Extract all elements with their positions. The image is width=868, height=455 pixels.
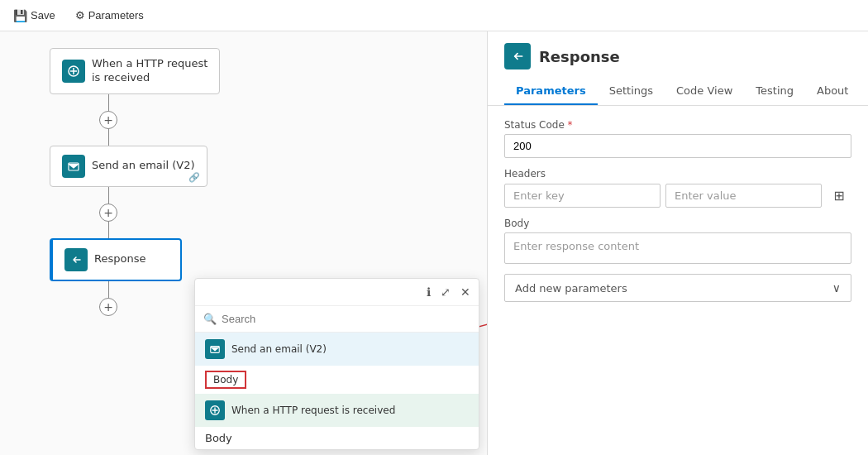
save-label: Save [31,9,55,22]
body-tag-email: Body [205,371,246,389]
panel-header: Response [488,31,868,69]
tab-code-view[interactable]: Code View [665,78,744,105]
flow-canvas: When a HTTP requestis received + Send an… [0,31,488,455]
popup-expand-button[interactable]: ⤢ [439,284,452,300]
response-label: Response [94,252,145,266]
panel-tabs: Parameters Settings Code View Testing Ab… [488,78,868,106]
line-2 [108,187,109,204]
chevron-down-icon: ∨ [832,281,841,295]
headers-action-button[interactable]: ⊞ [827,183,851,208]
popup-header: ℹ ⤢ ✕ [195,279,479,306]
line-3 [108,281,109,298]
main-layout: When a HTTP requestis received + Send an… [0,31,868,455]
status-code-input[interactable] [504,134,851,158]
headers-key-input[interactable]: Enter key [504,184,661,208]
dynamic-content-popup: ℹ ⤢ ✕ 🔍 Send an email (V2) Body [194,278,479,450]
link-icon: 🔗 [188,172,200,183]
connector-1: + [99,94,117,146]
flow-node-http-request[interactable]: When a HTTP requestis received [50,48,220,94]
panel-response-icon [504,43,531,69]
group-http-icon [205,400,225,420]
plus-3[interactable]: + [99,298,117,316]
group-http-label: When a HTTP request is received [231,405,395,416]
popup-group-http[interactable]: When a HTTP request is received [195,394,479,427]
response-icon [64,248,88,271]
send-email-icon [62,155,85,178]
body-input[interactable]: Enter response content [504,232,851,264]
http-request-label: When a HTTP requestis received [92,57,207,85]
tab-about[interactable]: About [805,78,860,105]
tab-settings[interactable]: Settings [598,78,665,105]
popup-item-body-http[interactable]: Body [195,427,479,449]
line-2b [108,222,109,238]
headers-label: Headers [504,168,851,180]
popup-info-button[interactable]: ℹ [425,284,432,300]
http-request-icon [62,60,85,83]
group-send-email-icon [205,339,225,359]
line-1 [108,94,109,111]
send-email-label: Send an email (V2) [92,159,195,173]
parameters-icon: ⚙ [75,9,85,22]
popup-search-area: 🔍 [195,306,479,333]
body-label: Body [504,218,851,229]
tab-testing[interactable]: Testing [744,78,805,105]
parameters-label: Parameters [88,9,144,22]
plus-2[interactable]: + [99,204,117,222]
add-params-label: Add new parameters [515,282,627,295]
line-1b [108,129,109,146]
popup-item-body-email[interactable]: Body [195,366,479,394]
headers-row: Enter key Enter value ⊞ [504,183,851,208]
parameters-button[interactable]: ⚙ Parameters [72,7,147,23]
panel-title: Response [539,48,620,65]
add-params-dropdown[interactable]: Add new parameters ∨ [504,274,851,302]
save-button[interactable]: 💾 Save [10,7,59,24]
status-code-label: Status Code * [504,119,851,131]
popup-group-send-email[interactable]: Send an email (V2) [195,333,479,366]
headers-value-input[interactable]: Enter value [665,184,822,208]
flow-node-response[interactable]: Response [50,238,182,281]
tab-parameters[interactable]: Parameters [504,78,598,105]
plus-1[interactable]: + [99,111,117,129]
popup-close-button[interactable]: ✕ [459,284,472,300]
popup-search-input[interactable] [222,313,470,325]
search-icon: 🔍 [203,313,217,325]
panel-content: Status Code * Headers Enter key Enter va… [488,106,868,455]
required-indicator: * [568,119,573,131]
right-panel: Response Parameters Settings Code View T… [488,31,868,455]
connector-3: + [99,281,117,316]
connector-2: + [99,187,117,238]
flow-node-send-email[interactable]: Send an email (V2) 🔗 [50,146,207,187]
save-icon: 💾 [13,9,27,22]
toolbar: 💾 Save ⚙ Parameters [0,0,868,31]
group-send-email-label: Send an email (V2) [231,343,327,355]
